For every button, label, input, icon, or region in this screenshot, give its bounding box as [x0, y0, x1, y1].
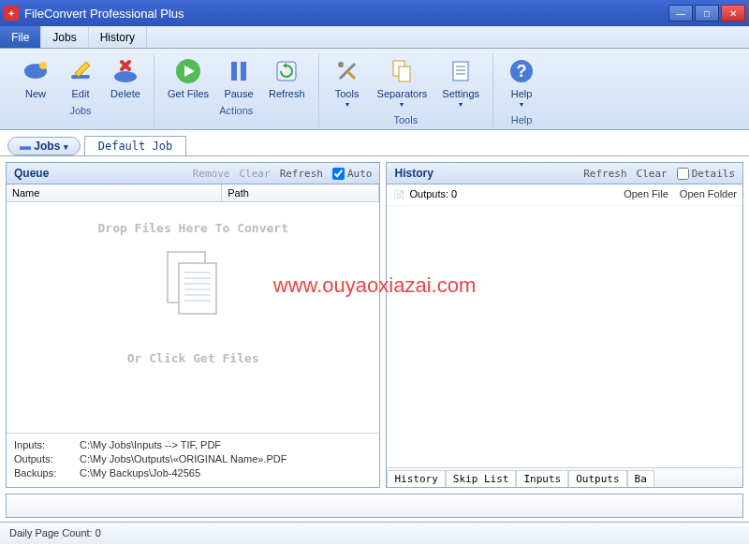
auto-label: Auto	[347, 168, 373, 180]
ribbon-group-label: Jobs	[69, 105, 91, 118]
daily-page-count: Daily Page Count: 0	[9, 527, 101, 538]
settings-icon	[446, 56, 476, 86]
htab-backups[interactable]: Ba	[627, 470, 654, 487]
details-checkbox[interactable]	[677, 168, 689, 180]
tools-icon	[332, 56, 362, 86]
history-body	[387, 206, 742, 467]
history-clear[interactable]: Clear	[637, 168, 668, 180]
pause-icon	[224, 56, 254, 86]
pause-button[interactable]: Pause	[218, 54, 259, 101]
play-icon	[173, 56, 203, 86]
queue-panel: Queue Remove Clear Refresh Auto Name Pat…	[6, 162, 380, 488]
refresh-icon	[272, 56, 301, 86]
history-title: History	[394, 167, 574, 180]
help-icon: ?	[507, 56, 536, 86]
inputs-label: Inputs:	[14, 439, 80, 450]
outputs-row: 📄 Outputs: 0 Open File Open Folder	[387, 184, 742, 206]
getfiles-button[interactable]: Get Files	[162, 54, 214, 101]
queue-body[interactable]: Drop Files Here To Convert Or Click Get …	[7, 202, 379, 433]
history-refresh[interactable]: Refresh	[583, 168, 626, 180]
htab-history[interactable]: History	[387, 470, 445, 487]
drop-hint: Drop Files Here To Convert	[7, 202, 379, 235]
inputs-value: C:\My Jobs\Inputs --> TIF, PDF	[80, 439, 221, 450]
ribbon-group-label: Help	[511, 114, 533, 127]
close-button[interactable]: ✕	[721, 5, 745, 22]
backups-value: C:\My Backups\Job-42565	[80, 467, 200, 479]
app-icon: ✦	[4, 6, 19, 21]
svg-point-8	[338, 62, 344, 67]
queue-clear[interactable]: Clear	[240, 168, 271, 180]
svg-point-1	[39, 62, 47, 69]
ribbon-group-label: Actions	[219, 105, 253, 118]
output-arrow-icon: 📄	[392, 188, 405, 201]
app-title: FileConvert Professional Plus	[24, 7, 667, 21]
ribbon-group-tools: Tools▾ Separators▾ Settings▾ Tools	[319, 54, 494, 127]
ribbon-group-label: Tools	[393, 114, 418, 127]
details-label: Details	[692, 168, 735, 180]
ribbon-group-help: ? Help▾ Help	[493, 54, 550, 127]
svg-text:?: ?	[517, 62, 527, 81]
click-hint: Or Click Get Files	[7, 332, 379, 365]
svg-rect-5	[231, 62, 237, 81]
svg-rect-18	[179, 263, 216, 314]
svg-rect-6	[241, 62, 246, 81]
svg-rect-11	[453, 62, 468, 81]
history-tabs: History Skip List Inputs Outputs Ba	[387, 467, 742, 487]
menu-file[interactable]: File	[0, 26, 41, 48]
help-button[interactable]: ? Help▾	[501, 54, 542, 111]
open-file-link[interactable]: Open File	[624, 188, 668, 201]
history-header: History Refresh Clear Details	[387, 163, 742, 184]
queue-remove[interactable]: Remove	[193, 168, 230, 180]
ribbon-group-jobs: New Edit Delete Jobs	[7, 54, 154, 127]
maximize-button[interactable]: □	[695, 5, 719, 22]
job-tab-default[interactable]: Default Job	[84, 136, 186, 155]
menu-history[interactable]: History	[89, 26, 147, 48]
outputs-count: Outputs: 0	[409, 188, 612, 201]
outputs-label: Outputs:	[14, 453, 80, 464]
backups-label: Backups:	[14, 467, 80, 479]
ribbon: New Edit Delete Jobs Get Files	[0, 49, 749, 130]
filter-bar	[6, 494, 743, 518]
ribbon-group-actions: Get Files Pause Refresh Actions	[154, 54, 319, 127]
tools-button[interactable]: Tools▾	[327, 54, 368, 111]
auto-checkbox[interactable]	[332, 168, 345, 180]
htab-outputs[interactable]: Outputs	[568, 470, 626, 487]
edit-button[interactable]: Edit	[60, 54, 101, 101]
job-tabbar: ▬ Jobs ▾ Default Job	[0, 130, 749, 156]
outputs-value: C:\My Jobs\Outputs\«ORIGINAL Name».PDF	[80, 453, 287, 464]
htab-skiplist[interactable]: Skip List	[446, 470, 517, 487]
new-button[interactable]: New	[15, 54, 56, 101]
documents-icon	[160, 246, 226, 321]
queue-title: Queue	[14, 167, 184, 180]
queue-header: Queue Remove Clear Refresh Auto	[7, 163, 379, 184]
status-bar: Daily Page Count: 0	[0, 522, 749, 544]
main-area: Queue Remove Clear Refresh Auto Name Pat…	[0, 156, 749, 494]
col-name[interactable]: Name	[7, 184, 222, 201]
delete-button[interactable]: Delete	[105, 54, 146, 101]
separators-button[interactable]: Separators▾	[372, 54, 433, 111]
settings-button[interactable]: Settings▾	[436, 54, 485, 111]
queue-paths: Inputs:C:\My Jobs\Inputs --> TIF, PDF Ou…	[7, 433, 379, 487]
pencil-icon	[66, 56, 95, 86]
menubar: File Jobs History	[0, 26, 749, 49]
delete-icon	[110, 56, 140, 86]
history-panel: History Refresh Clear Details 📄 Outputs:…	[386, 162, 743, 488]
open-folder-link[interactable]: Open Folder	[680, 188, 737, 201]
svg-point-3	[114, 71, 137, 82]
menu-jobs[interactable]: Jobs	[41, 26, 88, 48]
new-icon	[21, 56, 51, 86]
htab-inputs[interactable]: Inputs	[516, 470, 568, 487]
refresh-button[interactable]: Refresh	[263, 54, 311, 101]
col-path[interactable]: Path	[222, 184, 379, 201]
titlebar: ✦ FileConvert Professional Plus — □ ✕	[0, 0, 749, 26]
jobs-pill[interactable]: ▬ Jobs ▾	[7, 137, 81, 155]
minimize-button[interactable]: —	[668, 5, 693, 22]
svg-rect-10	[399, 66, 410, 81]
queue-columns: Name Path	[7, 184, 379, 202]
separators-icon	[387, 56, 417, 86]
queue-refresh[interactable]: Refresh	[280, 168, 323, 180]
